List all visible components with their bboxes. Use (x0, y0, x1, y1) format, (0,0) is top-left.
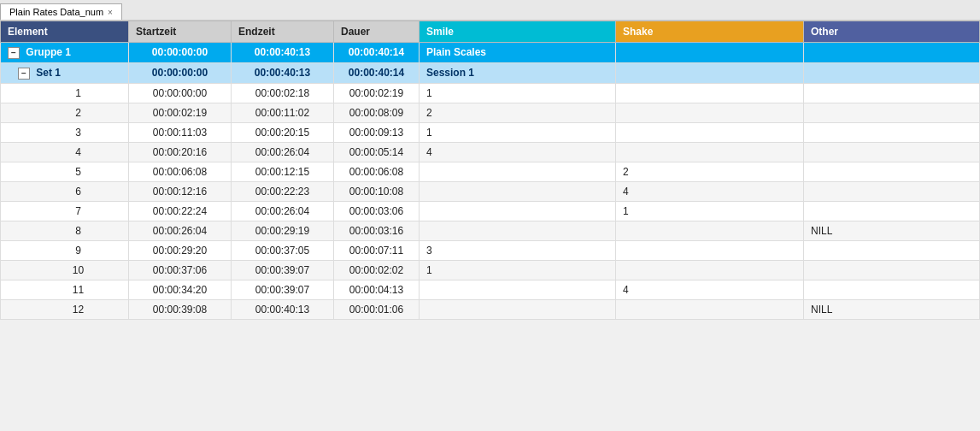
row-smile: 3 (420, 240, 616, 260)
row-shake (616, 122, 804, 142)
row-num: 1 (1, 83, 129, 103)
tab-plain-rates[interactable]: Plain Rates Data_num × (0, 3, 122, 20)
tab-close-icon[interactable]: × (108, 8, 113, 17)
row-shake: 4 (616, 280, 804, 299)
row-startzeit: 00:00:29:20 (129, 240, 232, 260)
row-startzeit: 00:00:34:20 (129, 280, 232, 299)
row-shake (616, 221, 804, 240)
row-other (804, 181, 980, 201)
row-smile (420, 181, 616, 201)
row-dauer: 00:00:05:14 (334, 142, 420, 162)
row-other: NILL (804, 221, 980, 240)
row-startzeit: 00:00:39:08 (129, 299, 232, 319)
row-dauer: 00:00:06:08 (334, 162, 420, 181)
row-dauer: 00:00:02:19 (334, 83, 420, 103)
row-startzeit: 00:00:26:04 (129, 221, 232, 240)
row-dauer: 00:00:01:06 (334, 299, 420, 319)
row-startzeit: 00:00:22:24 (129, 201, 232, 221)
row-other: NILL (804, 299, 980, 319)
row-dauer: 00:00:08:09 (334, 103, 420, 122)
row-smile (420, 201, 616, 221)
gruppe-endzeit: 00:00:40:13 (232, 43, 334, 63)
set-dauer: 00:00:40:14 (334, 62, 420, 83)
row-smile: 1 (420, 260, 616, 280)
table-row: 300:00:11:0300:00:20:1500:00:09:131 (1, 122, 980, 142)
gruppe-expand-btn[interactable]: − (8, 47, 20, 59)
table-row: 200:00:02:1900:00:11:0200:00:08:092 (1, 103, 980, 122)
row-other (804, 103, 980, 122)
row-other (804, 83, 980, 103)
set-startzeit: 00:00:00:00 (129, 62, 232, 83)
set-name: Set 1 (36, 67, 61, 79)
row-endzeit: 00:00:29:19 (232, 221, 334, 240)
row-other (804, 162, 980, 181)
row-other (804, 280, 980, 299)
row-startzeit: 00:00:20:16 (129, 142, 232, 162)
row-endzeit: 00:00:20:15 (232, 122, 334, 142)
row-dauer: 00:00:09:13 (334, 122, 420, 142)
row-endzeit: 00:00:26:04 (232, 201, 334, 221)
table-row: 700:00:22:2400:00:26:0400:00:03:061 (1, 201, 980, 221)
row-other (804, 201, 980, 221)
row-startzeit: 00:00:11:03 (129, 122, 232, 142)
header-other: Other (804, 21, 980, 43)
row-shake: 4 (616, 181, 804, 201)
row-dauer: 00:00:03:06 (334, 201, 420, 221)
gruppe-element: − Gruppe 1 (1, 43, 129, 63)
table-row: 400:00:20:1600:00:26:0400:00:05:144 (1, 142, 980, 162)
row-num: 11 (1, 280, 129, 299)
tab-label: Plain Rates Data_num (9, 7, 103, 17)
row-num: 10 (1, 260, 129, 280)
row-startzeit: 00:00:06:08 (129, 162, 232, 181)
set-expand-btn[interactable]: − (18, 68, 30, 80)
row-shake (616, 83, 804, 103)
row-num: 2 (1, 103, 129, 122)
header-element: Element (1, 21, 129, 43)
row-smile: 1 (420, 83, 616, 103)
table-row: 800:00:26:0400:00:29:1900:00:03:16NILL (1, 221, 980, 240)
row-startzeit: 00:00:02:19 (129, 103, 232, 122)
row-other (804, 240, 980, 260)
gruppe-dauer: 00:00:40:14 (334, 43, 420, 63)
header-row: Element Startzeit Endzeit Dauer Smile Sh… (1, 21, 980, 43)
gruppe-label: Plain Scales (420, 43, 616, 63)
set-endzeit: 00:00:40:13 (232, 62, 334, 83)
row-startzeit: 00:00:12:16 (129, 181, 232, 201)
row-other (804, 260, 980, 280)
row-startzeit: 00:00:00:00 (129, 83, 232, 103)
row-smile (420, 280, 616, 299)
row-num: 5 (1, 162, 129, 181)
data-table: Element Startzeit Endzeit Dauer Smile Sh… (0, 21, 980, 320)
gruppe-other (804, 43, 980, 63)
row-other (804, 122, 980, 142)
row-dauer: 00:00:10:08 (334, 181, 420, 201)
row-dauer: 00:00:03:16 (334, 221, 420, 240)
row-endzeit: 00:00:40:13 (232, 299, 334, 319)
header-shake: Shake (616, 21, 804, 43)
row-smile (420, 162, 616, 181)
gruppe-shake (616, 43, 804, 63)
tab-bar: Plain Rates Data_num × (0, 0, 980, 21)
table-row: 900:00:29:2000:00:37:0500:00:07:113 (1, 240, 980, 260)
row-shake (616, 299, 804, 319)
row-startzeit: 00:00:37:06 (129, 260, 232, 280)
table-row: 1200:00:39:0800:00:40:1300:00:01:06NILL (1, 299, 980, 319)
row-shake (616, 103, 804, 122)
gruppe-name: Gruppe 1 (26, 46, 71, 58)
header-startzeit: Startzeit (129, 21, 232, 43)
gruppe-row: − Gruppe 1 00:00:00:00 00:00:40:13 00:00… (1, 43, 980, 63)
row-endzeit: 00:00:22:23 (232, 181, 334, 201)
row-num: 4 (1, 142, 129, 162)
row-num: 3 (1, 122, 129, 142)
table-row: 1100:00:34:2000:00:39:0700:00:04:134 (1, 280, 980, 299)
row-num: 7 (1, 201, 129, 221)
row-endzeit: 00:00:39:07 (232, 260, 334, 280)
row-dauer: 00:00:02:02 (334, 260, 420, 280)
row-shake (616, 142, 804, 162)
table-row: 600:00:12:1600:00:22:2300:00:10:084 (1, 181, 980, 201)
row-smile (420, 299, 616, 319)
set-shake (616, 62, 804, 83)
row-num: 6 (1, 181, 129, 201)
row-dauer: 00:00:04:13 (334, 280, 420, 299)
set-other (804, 62, 980, 83)
